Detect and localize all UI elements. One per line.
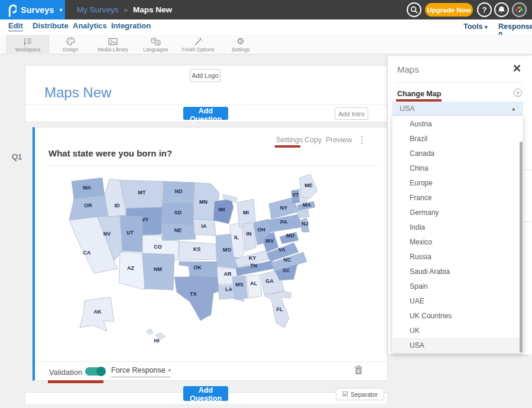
account-menu[interactable] [512, 2, 527, 17]
image-icon [108, 37, 118, 46]
change-map-help-button[interactable]: ? [514, 89, 522, 97]
question-mark-icon: ? [482, 5, 487, 14]
state-label-AK: AK [94, 309, 102, 315]
map-option-france[interactable]: France [392, 190, 523, 205]
breadcrumb-current: Maps New [133, 5, 172, 14]
trash-icon [355, 365, 362, 375]
map-option-canada[interactable]: Canada [392, 146, 523, 161]
upgrade-now-button[interactable]: Upgrade Now [425, 3, 473, 17]
map-option-spain[interactable]: Spain [392, 279, 523, 293]
map-option-uae[interactable]: UAE [392, 293, 523, 308]
add-question-button-bottom[interactable]: Add Question [183, 386, 228, 401]
dropdown-scrollbar[interactable] [520, 142, 523, 352]
toolbar-item-finish-options[interactable]: Finish Options [177, 35, 219, 54]
map-option-mexico[interactable]: Mexico [392, 234, 523, 249]
state-label-VT: VT [292, 192, 299, 198]
tab-analytics[interactable]: Analytics [73, 21, 107, 30]
annotation-underline-validation [48, 380, 103, 383]
state-label-FL: FL [277, 306, 283, 312]
product-menu[interactable]: Surveys ▾ [0, 0, 65, 19]
product-name: Surveys [21, 5, 54, 15]
survey-nav: Edit Distribute Analytics Integration To… [0, 19, 532, 35]
question-preview-link[interactable]: Preview [326, 136, 352, 144]
question-text[interactable]: What state were you born in? [48, 148, 379, 166]
help-button[interactable]: ? [477, 2, 492, 17]
state-label-OR: OR [84, 203, 92, 208]
question-id: Q1 [12, 152, 22, 161]
tab-distribute[interactable]: Distribute [33, 21, 69, 30]
state-label-UT: UT [126, 230, 134, 236]
toolbar-item-languages[interactable]: A Languages [134, 35, 177, 54]
tools-menu[interactable]: Tools ▾ [463, 22, 487, 31]
question-settings-link[interactable]: Settings [276, 136, 303, 144]
panel-divider [397, 82, 523, 83]
validation-toggle[interactable] [85, 367, 105, 376]
question-footer-divider [35, 361, 387, 362]
state-label-AL: AL [250, 280, 257, 286]
questionpro-logo-icon [7, 3, 17, 17]
state-AZ [119, 252, 145, 290]
question-copy-link[interactable]: Copy [304, 136, 322, 144]
state-label-NY: NY [280, 205, 288, 211]
workspace-icon [23, 37, 33, 46]
notifications-button[interactable] [494, 2, 509, 17]
usa-map-svg: WAORCANVIDMTWYUTCOAZNMNDSDNEKSOKTXMNIAMO… [59, 173, 330, 361]
map-select[interactable]: USA ▴ [392, 102, 523, 116]
state-label-IA: IA [202, 223, 207, 229]
breadcrumb: My Surveys > Maps New [77, 0, 172, 19]
state-HI [146, 329, 153, 335]
question-more-menu[interactable]: ⋮ [358, 135, 366, 145]
magic-wand-icon [194, 37, 203, 46]
map-option-uk-countries[interactable]: UK Countries [392, 308, 523, 323]
map-option-austria[interactable]: Austria [392, 116, 523, 131]
state-label-HI: HI [154, 338, 160, 344]
map-option-saudi-arabia[interactable]: Saudi Arabia [392, 264, 523, 279]
tab-integration[interactable]: Integration [111, 21, 151, 30]
toolbar-item-workspace[interactable]: Workspace [7, 35, 49, 54]
survey-title[interactable]: Maps New [44, 84, 111, 101]
state-label-GA: GA [265, 278, 274, 284]
map-option-russia[interactable]: Russia [392, 249, 523, 264]
state-label-KS: KS [193, 246, 201, 252]
chevron-down-icon: ▾ [485, 24, 488, 30]
annotation-underline-settings [275, 145, 300, 148]
state-label-NC: NC [284, 257, 291, 263]
toolbar-item-design[interactable]: Design [49, 35, 92, 54]
map-option-uk[interactable]: UK [392, 323, 523, 338]
state-IN [243, 223, 256, 251]
validation-label: Validation [49, 368, 82, 377]
add-intro-button[interactable]: Add Intro [335, 107, 368, 120]
search-button[interactable] [407, 2, 421, 17]
state-AL [246, 275, 262, 298]
checkbox-checked-icon: ☑ [342, 390, 348, 398]
toolbar-item-media-library[interactable]: Media Library [92, 35, 134, 54]
state-label-MN: MN [199, 199, 207, 205]
panel-close-button[interactable] [513, 64, 523, 73]
state-label-VA: VA [278, 247, 286, 253]
map-option-brazil[interactable]: Brazil [392, 131, 523, 146]
breadcrumb-separator: > [124, 6, 128, 14]
map-option-europe[interactable]: Europe [392, 175, 523, 190]
state-label-PA: PA [280, 219, 287, 225]
map-option-india[interactable]: India [392, 220, 523, 234]
force-response-dropdown[interactable]: Force Response ▾ [111, 366, 171, 377]
panel-title: Maps [397, 64, 419, 74]
state-label-TX: TX [190, 291, 197, 297]
state-label-NE: NE [174, 227, 182, 233]
add-question-button-top[interactable]: Add Question [183, 107, 228, 120]
state-label-KY: KY [249, 255, 257, 261]
toolbar-item-settings[interactable]: ⚙ Settings [219, 35, 262, 54]
tab-edit[interactable]: Edit [8, 21, 23, 31]
state-label-TN: TN [250, 263, 257, 269]
map-option-china[interactable]: China [392, 161, 523, 175]
state-label-SC: SC [283, 267, 290, 273]
map-option-usa[interactable]: USA [392, 338, 523, 352]
add-logo-button[interactable]: Add Logo [190, 69, 220, 82]
map-option-germany[interactable]: Germany [392, 205, 523, 220]
map-dropdown-list: AustriaBrazilCanadaChinaEuropeFranceGerm… [392, 116, 523, 353]
separator-button[interactable]: ☑ Separator [336, 388, 384, 400]
state-MS [232, 276, 248, 299]
delete-question-button[interactable] [355, 365, 362, 377]
breadcrumb-my-surveys[interactable]: My Surveys [77, 5, 119, 14]
state-label-AZ: AZ [127, 265, 134, 271]
